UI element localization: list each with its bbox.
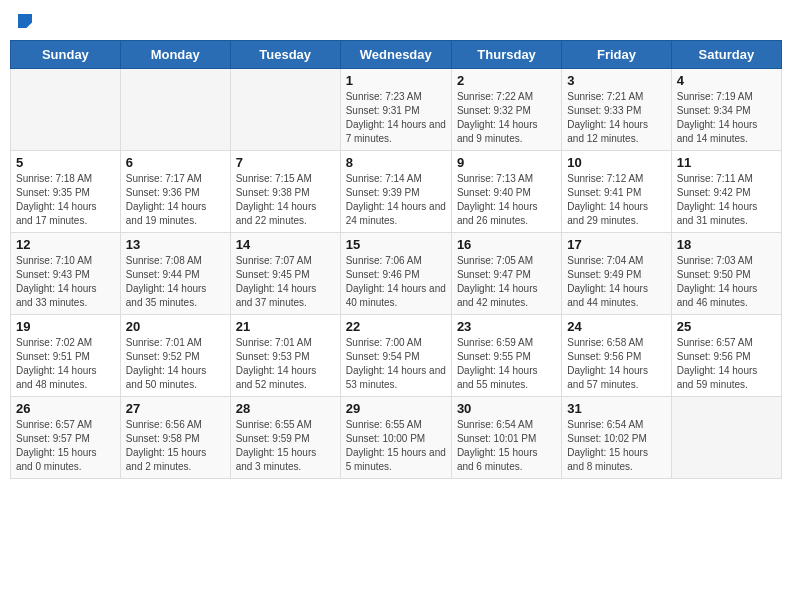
- calendar-cell: 11Sunrise: 7:11 AM Sunset: 9:42 PM Dayli…: [671, 151, 781, 233]
- day-info: Sunrise: 7:14 AM Sunset: 9:39 PM Dayligh…: [346, 172, 446, 228]
- calendar-cell: 13Sunrise: 7:08 AM Sunset: 9:44 PM Dayli…: [120, 233, 230, 315]
- calendar-cell: 10Sunrise: 7:12 AM Sunset: 9:41 PM Dayli…: [562, 151, 671, 233]
- calendar-cell: [230, 69, 340, 151]
- day-number: 13: [126, 237, 225, 252]
- day-info: Sunrise: 7:03 AM Sunset: 9:50 PM Dayligh…: [677, 254, 776, 310]
- calendar-cell: 19Sunrise: 7:02 AM Sunset: 9:51 PM Dayli…: [11, 315, 121, 397]
- calendar-week-5: 26Sunrise: 6:57 AM Sunset: 9:57 PM Dayli…: [11, 397, 782, 479]
- day-number: 17: [567, 237, 665, 252]
- calendar-cell: 18Sunrise: 7:03 AM Sunset: 9:50 PM Dayli…: [671, 233, 781, 315]
- calendar-cell: [11, 69, 121, 151]
- calendar-cell: 4Sunrise: 7:19 AM Sunset: 9:34 PM Daylig…: [671, 69, 781, 151]
- calendar-cell: [120, 69, 230, 151]
- weekday-header-row: SundayMondayTuesdayWednesdayThursdayFrid…: [11, 41, 782, 69]
- weekday-header-friday: Friday: [562, 41, 671, 69]
- day-info: Sunrise: 7:05 AM Sunset: 9:47 PM Dayligh…: [457, 254, 556, 310]
- calendar-cell: 12Sunrise: 7:10 AM Sunset: 9:43 PM Dayli…: [11, 233, 121, 315]
- calendar-cell: 28Sunrise: 6:55 AM Sunset: 9:59 PM Dayli…: [230, 397, 340, 479]
- day-info: Sunrise: 7:06 AM Sunset: 9:46 PM Dayligh…: [346, 254, 446, 310]
- calendar-cell: 14Sunrise: 7:07 AM Sunset: 9:45 PM Dayli…: [230, 233, 340, 315]
- logo: [16, 14, 32, 28]
- calendar-cell: 30Sunrise: 6:54 AM Sunset: 10:01 PM Dayl…: [451, 397, 561, 479]
- calendar-cell: 27Sunrise: 6:56 AM Sunset: 9:58 PM Dayli…: [120, 397, 230, 479]
- day-number: 14: [236, 237, 335, 252]
- calendar-cell: 7Sunrise: 7:15 AM Sunset: 9:38 PM Daylig…: [230, 151, 340, 233]
- day-number: 23: [457, 319, 556, 334]
- calendar-cell: 17Sunrise: 7:04 AM Sunset: 9:49 PM Dayli…: [562, 233, 671, 315]
- day-info: Sunrise: 7:11 AM Sunset: 9:42 PM Dayligh…: [677, 172, 776, 228]
- day-number: 27: [126, 401, 225, 416]
- day-info: Sunrise: 6:54 AM Sunset: 10:01 PM Daylig…: [457, 418, 556, 474]
- day-info: Sunrise: 7:12 AM Sunset: 9:41 PM Dayligh…: [567, 172, 665, 228]
- calendar-cell: 23Sunrise: 6:59 AM Sunset: 9:55 PM Dayli…: [451, 315, 561, 397]
- calendar-cell: [671, 397, 781, 479]
- calendar-cell: 8Sunrise: 7:14 AM Sunset: 9:39 PM Daylig…: [340, 151, 451, 233]
- day-info: Sunrise: 7:13 AM Sunset: 9:40 PM Dayligh…: [457, 172, 556, 228]
- calendar-cell: 31Sunrise: 6:54 AM Sunset: 10:02 PM Dayl…: [562, 397, 671, 479]
- calendar-table: SundayMondayTuesdayWednesdayThursdayFrid…: [10, 40, 782, 479]
- day-info: Sunrise: 7:19 AM Sunset: 9:34 PM Dayligh…: [677, 90, 776, 146]
- calendar-week-4: 19Sunrise: 7:02 AM Sunset: 9:51 PM Dayli…: [11, 315, 782, 397]
- calendar-header: [10, 10, 782, 32]
- day-info: Sunrise: 7:23 AM Sunset: 9:31 PM Dayligh…: [346, 90, 446, 146]
- day-number: 22: [346, 319, 446, 334]
- day-info: Sunrise: 7:15 AM Sunset: 9:38 PM Dayligh…: [236, 172, 335, 228]
- weekday-header-wednesday: Wednesday: [340, 41, 451, 69]
- day-number: 5: [16, 155, 115, 170]
- day-number: 11: [677, 155, 776, 170]
- day-info: Sunrise: 6:56 AM Sunset: 9:58 PM Dayligh…: [126, 418, 225, 474]
- day-number: 4: [677, 73, 776, 88]
- day-info: Sunrise: 7:01 AM Sunset: 9:52 PM Dayligh…: [126, 336, 225, 392]
- day-info: Sunrise: 6:59 AM Sunset: 9:55 PM Dayligh…: [457, 336, 556, 392]
- day-number: 25: [677, 319, 776, 334]
- day-number: 19: [16, 319, 115, 334]
- day-number: 15: [346, 237, 446, 252]
- calendar-cell: 21Sunrise: 7:01 AM Sunset: 9:53 PM Dayli…: [230, 315, 340, 397]
- day-number: 9: [457, 155, 556, 170]
- day-number: 6: [126, 155, 225, 170]
- calendar-cell: 16Sunrise: 7:05 AM Sunset: 9:47 PM Dayli…: [451, 233, 561, 315]
- calendar-cell: 3Sunrise: 7:21 AM Sunset: 9:33 PM Daylig…: [562, 69, 671, 151]
- day-number: 30: [457, 401, 556, 416]
- day-info: Sunrise: 7:17 AM Sunset: 9:36 PM Dayligh…: [126, 172, 225, 228]
- weekday-header-tuesday: Tuesday: [230, 41, 340, 69]
- day-info: Sunrise: 7:00 AM Sunset: 9:54 PM Dayligh…: [346, 336, 446, 392]
- day-info: Sunrise: 6:57 AM Sunset: 9:57 PM Dayligh…: [16, 418, 115, 474]
- calendar-week-1: 1Sunrise: 7:23 AM Sunset: 9:31 PM Daylig…: [11, 69, 782, 151]
- day-info: Sunrise: 7:01 AM Sunset: 9:53 PM Dayligh…: [236, 336, 335, 392]
- day-info: Sunrise: 6:55 AM Sunset: 10:00 PM Daylig…: [346, 418, 446, 474]
- calendar-cell: 6Sunrise: 7:17 AM Sunset: 9:36 PM Daylig…: [120, 151, 230, 233]
- calendar-cell: 1Sunrise: 7:23 AM Sunset: 9:31 PM Daylig…: [340, 69, 451, 151]
- day-info: Sunrise: 7:21 AM Sunset: 9:33 PM Dayligh…: [567, 90, 665, 146]
- day-info: Sunrise: 6:54 AM Sunset: 10:02 PM Daylig…: [567, 418, 665, 474]
- day-number: 3: [567, 73, 665, 88]
- day-number: 7: [236, 155, 335, 170]
- day-info: Sunrise: 7:10 AM Sunset: 9:43 PM Dayligh…: [16, 254, 115, 310]
- day-number: 12: [16, 237, 115, 252]
- day-info: Sunrise: 6:58 AM Sunset: 9:56 PM Dayligh…: [567, 336, 665, 392]
- calendar-cell: 9Sunrise: 7:13 AM Sunset: 9:40 PM Daylig…: [451, 151, 561, 233]
- day-number: 21: [236, 319, 335, 334]
- calendar-cell: 20Sunrise: 7:01 AM Sunset: 9:52 PM Dayli…: [120, 315, 230, 397]
- day-info: Sunrise: 7:22 AM Sunset: 9:32 PM Dayligh…: [457, 90, 556, 146]
- day-number: 1: [346, 73, 446, 88]
- weekday-header-thursday: Thursday: [451, 41, 561, 69]
- day-number: 29: [346, 401, 446, 416]
- day-number: 18: [677, 237, 776, 252]
- day-info: Sunrise: 6:57 AM Sunset: 9:56 PM Dayligh…: [677, 336, 776, 392]
- calendar-cell: 29Sunrise: 6:55 AM Sunset: 10:00 PM Dayl…: [340, 397, 451, 479]
- calendar-cell: 24Sunrise: 6:58 AM Sunset: 9:56 PM Dayli…: [562, 315, 671, 397]
- day-info: Sunrise: 6:55 AM Sunset: 9:59 PM Dayligh…: [236, 418, 335, 474]
- calendar-week-2: 5Sunrise: 7:18 AM Sunset: 9:35 PM Daylig…: [11, 151, 782, 233]
- day-number: 24: [567, 319, 665, 334]
- day-number: 10: [567, 155, 665, 170]
- weekday-header-saturday: Saturday: [671, 41, 781, 69]
- day-number: 31: [567, 401, 665, 416]
- day-number: 28: [236, 401, 335, 416]
- day-info: Sunrise: 7:02 AM Sunset: 9:51 PM Dayligh…: [16, 336, 115, 392]
- day-number: 16: [457, 237, 556, 252]
- day-number: 20: [126, 319, 225, 334]
- calendar-cell: 2Sunrise: 7:22 AM Sunset: 9:32 PM Daylig…: [451, 69, 561, 151]
- logo-icon: [18, 14, 32, 28]
- weekday-header-sunday: Sunday: [11, 41, 121, 69]
